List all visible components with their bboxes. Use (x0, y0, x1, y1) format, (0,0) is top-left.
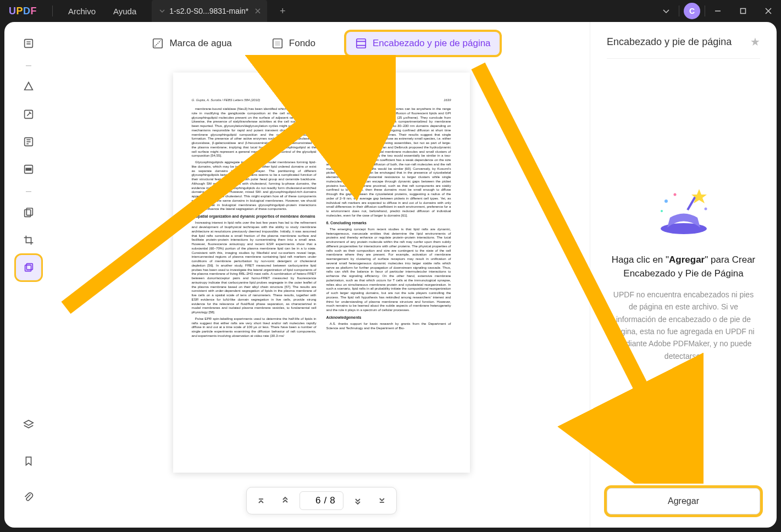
attachment-icon[interactable] (16, 485, 41, 510)
watermark-button[interactable]: Marca de agua (143, 32, 240, 55)
user-avatar[interactable]: C (684, 3, 700, 19)
wizard-illustration (651, 185, 717, 242)
page-date: Fecha creación: 05/01/2024 (192, 86, 451, 93)
tool-separator: – (26, 185, 31, 197)
svg-rect-18 (275, 41, 280, 46)
layers-icon[interactable] (16, 412, 41, 437)
svg-point-29 (661, 210, 663, 212)
close-button[interactable] (756, 0, 781, 22)
svg-rect-15 (26, 264, 32, 270)
svg-rect-2 (25, 40, 33, 48)
next-page-button[interactable] (348, 491, 368, 511)
document-tab[interactable]: 1-s2.0-S0...9831-main* (152, 0, 267, 22)
svg-rect-11 (26, 168, 31, 170)
add-button[interactable]: Agregar (607, 488, 760, 514)
doc-text: The emerging concept from recent studies… (326, 227, 451, 312)
menu-archivo[interactable]: Archivo (59, 7, 104, 16)
page-navigation: / 8 (246, 487, 396, 514)
panel-title: Encabezado y pie de página (607, 36, 732, 48)
doc-text: Glycosphingolipids aggregate in biologic… (192, 160, 317, 211)
doc-section: Acknowledgements (326, 315, 451, 320)
last-page-button[interactable] (372, 491, 392, 511)
crop-tool[interactable] (16, 228, 41, 253)
tab-dropdown-icon[interactable] (159, 8, 165, 14)
doc-section: 6. Concluding remarks (326, 221, 451, 225)
doc-section: 5. Spatial organization and dynamic prop… (192, 214, 317, 219)
tool-separator: – (26, 59, 31, 71)
reader-tool[interactable] (16, 31, 41, 56)
tab-close-icon[interactable] (253, 6, 263, 16)
page-total: 8 (330, 495, 335, 506)
document-viewport[interactable]: Fecha creación: 05/01/2024 G. Gupta, A. … (53, 62, 590, 528)
panel-subtext: UPDF no encuentra encabezados ni pies de… (609, 289, 758, 362)
header-footer-panel: Encabezado y pie de página ★ Haga clic e… (590, 22, 777, 528)
svg-point-28 (673, 193, 676, 196)
page-meta-left: G. Gupta, A. Surolia / FEBS Letters 584 … (192, 98, 261, 103)
watermark-icon (152, 37, 164, 49)
favorite-icon[interactable]: ★ (750, 35, 760, 48)
comment-tool[interactable] (16, 74, 41, 99)
redact-tool[interactable] (16, 157, 41, 182)
new-tab-button[interactable]: + (274, 2, 291, 20)
svg-rect-12 (25, 210, 31, 217)
svg-rect-13 (26, 208, 32, 215)
svg-rect-25 (686, 196, 696, 210)
doc-text: Pulse EPR spin-labelling experiments use… (192, 317, 317, 338)
pdf-page: Fecha creación: 05/01/2024 G. Gupta, A. … (173, 73, 470, 473)
background-label: Fondo (289, 38, 315, 49)
page-meta-right: 1639 (444, 98, 451, 103)
maximize-button[interactable] (730, 0, 756, 22)
organize-tool[interactable] (16, 200, 41, 225)
doc-text: Increasing interest in lipid rafts over … (192, 220, 317, 314)
page-separator: / (324, 495, 326, 506)
app-logo: UPDF (0, 5, 46, 17)
edit-tool[interactable] (16, 102, 41, 127)
doc-text: frame) of different groups suggest that … (326, 107, 451, 218)
svg-rect-14 (25, 265, 31, 271)
header-footer-icon (355, 37, 367, 49)
svg-point-27 (664, 199, 668, 203)
tab-title: 1-s2.0-S0...9831-main* (169, 7, 248, 15)
left-toolbar: – – (4, 22, 53, 528)
panel-message: Haga clic en "Agregar" para Crear Encabe… (609, 253, 758, 281)
watermark-label: Marca de agua (169, 38, 231, 49)
svg-rect-1 (741, 9, 746, 14)
header-footer-button[interactable]: Encabezado y pie de página (346, 32, 500, 55)
svg-point-24 (661, 223, 707, 234)
doc-text: A.S. thanks support for basic research b… (326, 322, 451, 330)
background-icon (272, 37, 284, 49)
page-tools[interactable] (16, 255, 41, 280)
first-page-button[interactable] (251, 491, 270, 511)
menu-ayuda[interactable]: Ayuda (104, 7, 145, 16)
page-tools-toolbar: Marca de agua Fondo Encabezado y pie de … (53, 22, 590, 62)
ocr-tool[interactable] (16, 129, 41, 154)
svg-point-30 (704, 207, 707, 210)
prev-page-button[interactable] (275, 491, 295, 511)
page-number-input[interactable] (307, 495, 320, 506)
bookmark-icon[interactable] (16, 448, 41, 474)
header-footer-label: Encabezado y pie de página (373, 38, 491, 49)
background-button[interactable]: Fondo (263, 32, 324, 55)
dropdown-icon[interactable] (653, 0, 679, 22)
svg-rect-19 (357, 39, 366, 48)
doc-text: membrane-bound sialidase (Neu3) has been… (192, 107, 317, 158)
minimize-button[interactable] (705, 0, 730, 22)
